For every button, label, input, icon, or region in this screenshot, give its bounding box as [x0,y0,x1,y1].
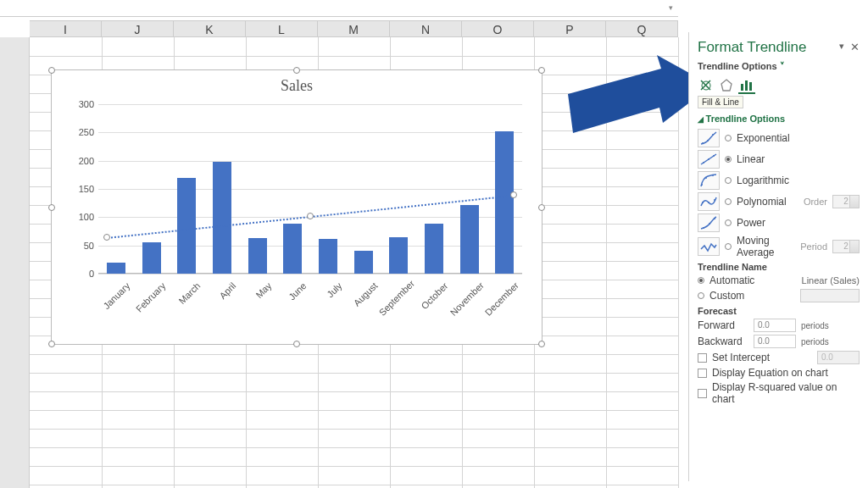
label-automatic[interactable]: Automatic [709,274,797,286]
chart-title[interactable]: Sales [52,70,542,98]
column-header[interactable]: I [30,21,102,36]
radio-power[interactable] [725,219,732,226]
column-header[interactable]: N [390,21,462,36]
resize-handle[interactable] [538,341,545,347]
label-display-r2[interactable]: Display R-squared value on chart [712,381,860,405]
resize-handle[interactable] [538,204,545,211]
checkbox-display-equation[interactable] [698,369,707,378]
formula-bar-expand-icon[interactable]: ▾ [669,3,673,12]
svg-point-14 [705,177,707,179]
trendline-type-row: Exponential [698,129,860,147]
column-header[interactable]: L [246,21,318,36]
svg-point-19 [703,227,704,229]
label-polynomial[interactable]: Polynomial [737,196,795,208]
column-header[interactable]: J [102,21,174,36]
radio-automatic-name[interactable] [698,277,704,284]
svg-point-18 [714,199,715,201]
svg-point-16 [702,202,704,203]
formula-bar[interactable]: ▾ [0,0,678,17]
effects-tab-icon[interactable] [718,77,735,94]
chart-object[interactable]: Sales 050100150200250300JanuaryFebruaryM… [51,69,542,345]
x-axis-label: August [342,280,379,318]
svg-marker-2 [721,80,732,91]
label-moving-average[interactable]: Moving Average [737,235,792,258]
fill-line-tab-icon[interactable] [698,77,715,94]
spinner-order[interactable]: 2 [832,195,860,208]
resize-handle[interactable] [48,341,55,347]
label-backward: Backward [698,336,748,347]
y-axis-tick: 200 [69,156,94,166]
bar[interactable] [425,224,443,274]
bar[interactable] [460,205,479,274]
trendline-handle[interactable] [510,191,517,198]
close-icon[interactable]: ✕ [850,41,860,53]
svg-point-15 [712,175,714,176]
label-display-equation[interactable]: Display Equation on chart [712,367,860,379]
resize-handle[interactable] [48,204,55,211]
trendline-name-heading: Trendline Name [698,262,860,272]
trendline-handle[interactable] [307,213,314,219]
radio-custom-name[interactable] [698,292,704,299]
automatic-name-value: Linear (Sales) [802,275,860,286]
radio-linear[interactable] [725,156,732,163]
x-axis-label: July [306,280,343,318]
svg-rect-5 [749,82,752,91]
set-intercept-input[interactable]: 0.0 [817,351,860,364]
resize-handle[interactable] [293,67,300,74]
column-header[interactable]: P [534,21,606,36]
radio-logarithmic[interactable] [725,177,732,184]
radio-exponential[interactable] [725,135,732,141]
label-set-intercept[interactable]: Set Intercept [712,352,812,363]
bar[interactable] [354,251,373,274]
svg-rect-3 [741,84,743,91]
svg-point-13 [701,184,703,186]
x-axis-label: December [483,280,520,318]
resize-handle[interactable] [538,67,545,74]
trendline-options-tab-icon[interactable] [738,77,755,94]
bar[interactable] [319,239,337,274]
section-trendline-options[interactable]: Trendline Options [698,114,860,124]
bar[interactable] [389,237,408,274]
bar[interactable] [213,162,231,274]
format-trendline-pane: Format Trendline ▾ ✕ Trendline Options F… [688,32,868,481]
checkbox-set-intercept[interactable] [698,353,707,363]
chart-plot-area[interactable]: 050100150200250300JanuaryFebruaryMarchAp… [98,104,522,274]
trendline-type-icon [698,129,720,147]
icon-tooltip: Fill & Line [698,96,743,108]
label-custom[interactable]: Custom [709,290,795,302]
label-power[interactable]: Power [737,217,860,229]
bar[interactable] [283,224,302,274]
radio-moving-average[interactable] [725,243,732,250]
bar[interactable] [107,263,125,274]
radio-polynomial[interactable] [725,198,732,205]
checkbox-display-r2[interactable] [698,389,707,398]
spinner-period[interactable]: 2 [832,240,860,253]
svg-point-17 [708,202,709,203]
backward-input[interactable]: 0.0 [754,335,796,348]
trendline-handle[interactable] [103,234,110,241]
bar[interactable] [248,238,267,274]
column-header[interactable]: M [318,21,390,36]
svg-rect-4 [745,80,748,91]
x-axis-label: June [271,280,309,318]
bar[interactable] [495,131,514,274]
svg-point-7 [707,140,709,141]
resize-handle[interactable] [48,67,55,74]
label-logarithmic[interactable]: Logarithmic [737,175,860,186]
x-axis-label: April [200,280,237,318]
label-forward: Forward [698,319,748,331]
resize-handle[interactable] [293,341,300,347]
pane-options-icon[interactable]: ▾ [839,41,844,52]
forward-input[interactable]: 0.0 [754,319,796,332]
bar[interactable] [177,178,196,274]
custom-name-input[interactable] [800,289,860,302]
column-header[interactable]: Q [606,21,678,36]
column-headers: IJKLMNOPQ [30,20,678,37]
pane-subtitle-dropdown[interactable]: Trendline Options [698,61,860,72]
svg-point-11 [708,158,709,160]
column-header[interactable]: K [174,21,246,36]
column-header[interactable]: O [462,21,534,36]
label-linear[interactable]: Linear [737,153,860,165]
label-exponential[interactable]: Exponential [737,132,860,144]
bar[interactable] [142,242,161,274]
